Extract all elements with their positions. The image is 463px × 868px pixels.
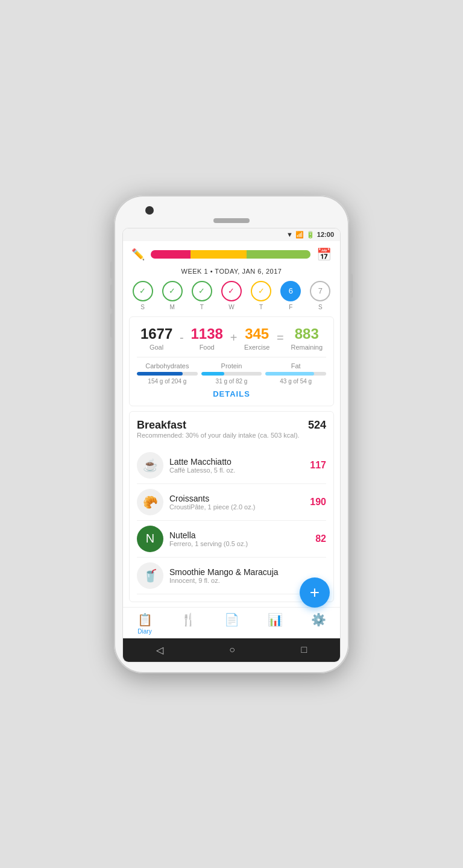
edit-icon[interactable]: ✏️ [131,248,145,261]
day-label-f: F [289,304,292,310]
exercise-number: 345 [244,326,269,342]
food-item-nutella[interactable]: N Nutella Ferrero, 1 serving (0.5 oz.) 8… [137,521,326,558]
goal-section: 1677 Goal [140,326,172,351]
nav-charts[interactable]: 📊 [253,612,297,635]
fork-knife-icon: 🍴 [181,612,196,627]
fat-value: 43 g of 54 g [265,378,326,385]
settings-icon: ⚙️ [311,612,326,627]
food-item-smoothie[interactable]: 🥤 Smoothie Mango & Maracuja Innocent, 9 … [137,558,326,594]
add-food-fab[interactable]: + [300,577,330,608]
day-label-w: W [228,304,234,310]
charts-icon: 📊 [268,612,283,627]
nav-restaurant[interactable]: 🍴 [166,612,210,635]
wifi-icon: ▼ [286,231,293,238]
progress-bar [151,250,310,259]
protein-macro: Protein 31 g of 82 g [201,362,262,385]
croissant-image: 🥐 [137,489,163,515]
food-number: 1138 [191,326,222,342]
day-label-m: M [170,304,175,310]
nav-diary[interactable]: 📋 Diary [123,612,166,635]
speaker [213,218,250,223]
details-button[interactable]: DETAILS [137,385,326,400]
day-sunday[interactable]: ✓ S [133,281,153,310]
calendar-icon[interactable]: 📅 [317,247,332,262]
plus-operator: + [230,331,238,345]
clock: 12:00 [317,231,334,238]
exercise-label: Exercise [244,344,269,351]
food-label: Food [191,344,222,351]
notes-icon: 📄 [224,612,239,627]
days-row: ✓ S ✓ M ✓ T ✓ W ✓ T 6 F [123,277,340,316]
calories-card: 1677 Goal - 1138 Food + 345 Exercise = 8… [129,316,334,406]
remaining-number: 883 [291,326,323,342]
diary-icon: 📋 [137,612,153,627]
remaining-section: 883 Remaining [291,326,323,351]
day-label-s2: S [318,304,323,310]
minus-operator: - [180,331,184,345]
latte-image: ☕ [137,452,163,479]
goal-label: Goal [140,344,172,351]
home-button[interactable]: ○ [229,644,235,655]
bottom-nav: 📋 Diary 🍴 📄 📊 ⚙️ [123,607,340,638]
breakfast-title: Breakfast [137,419,300,432]
macros-row: Carbohydrates 154 g of 204 g Protein 31 … [137,362,326,385]
camera [145,206,154,215]
exercise-section: 345 Exercise [244,326,269,351]
food-item-croissant[interactable]: 🥐 Croissants CroustiPâte, 1 piece (2.0 o… [137,484,326,521]
nav-notes[interactable]: 📄 [210,612,253,635]
carbs-macro: Carbohydrates 154 g of 204 g [137,362,198,385]
day-monday[interactable]: ✓ M [162,281,183,310]
recents-button[interactable]: □ [301,644,307,655]
food-section: 1138 Food [191,326,222,351]
croissant-name: Croissants [169,494,304,503]
nutella-image: N [137,526,163,552]
fat-label: Fat [265,362,326,370]
diary-label: Diary [137,628,151,635]
battery-icon: 🔋 [306,231,315,239]
carbs-value: 154 g of 204 g [137,378,198,385]
protein-value: 31 g of 82 g [201,378,262,385]
status-bar: ▼ 📶 🔋 12:00 [123,228,340,241]
day-label-t1: T [200,304,204,310]
day-saturday[interactable]: 7 S [310,281,330,310]
app-header: ✏️ 📅 [123,241,340,265]
day-label-s1: S [140,304,145,310]
nutella-calories: 82 [315,533,326,544]
nutella-name: Nutella [169,530,309,540]
android-nav: ◁ ○ □ [123,638,340,662]
croissant-desc: CroustiPâte, 1 piece (2.0 oz.) [169,503,304,511]
latte-name: Latte Macchiatto [169,457,304,467]
day-friday[interactable]: 6 F [280,281,301,310]
smoothie-desc: Innocent, 9 fl. oz. [169,577,290,584]
smoothie-name: Smoothie Mango & Maracuja [169,567,290,577]
equals-operator: = [277,331,284,345]
day-thursday[interactable]: ✓ T [251,281,271,310]
nutella-desc: Ferrero, 1 serving (0.5 oz.) [169,540,309,547]
remaining-label: Remaining [291,344,323,351]
carbs-label: Carbohydrates [137,362,198,370]
week-date-label: WEEK 1 • TODAY, JAN 6, 2017 [123,265,340,277]
breakfast-card: Breakfast Recommended: 30% of your daily… [129,411,334,602]
day-tuesday[interactable]: ✓ T [192,281,212,310]
day-wednesday[interactable]: ✓ W [221,281,242,310]
latte-calories: 117 [310,460,326,471]
smoothie-image: 🥤 [137,562,163,589]
day-label-t2: T [259,304,263,310]
breakfast-calories: 524 [308,419,326,432]
fat-macro: Fat 43 g of 54 g [265,362,326,385]
protein-label: Protein [201,362,262,370]
food-item-latte[interactable]: ☕ Latte Macchiatto Caffè Latesso, 5 fl. … [137,447,326,484]
signal-icon: 📶 [295,231,304,239]
goal-number: 1677 [140,326,172,342]
nav-settings[interactable]: ⚙️ [297,612,340,635]
back-button[interactable]: ◁ [156,644,163,656]
croissant-calories: 190 [310,497,326,508]
breakfast-subtitle: Recommended: 30% of your daily intake (c… [137,432,300,439]
latte-desc: Caffè Latesso, 5 fl. oz. [169,467,304,474]
